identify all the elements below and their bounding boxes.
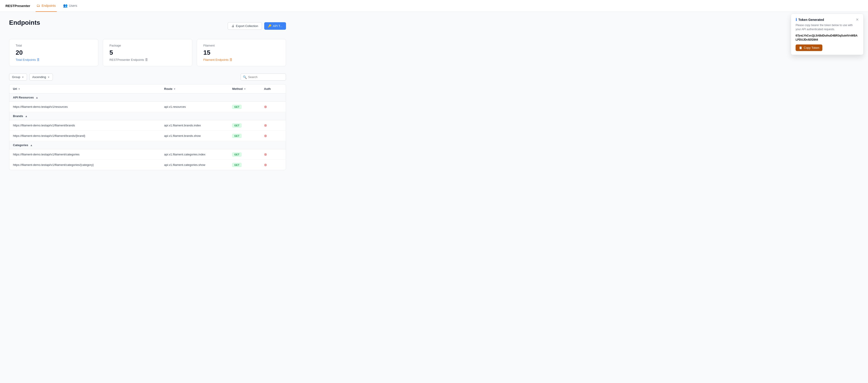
cell-method-5: GET	[232, 163, 264, 167]
sort-icon-uri: ▼	[18, 88, 21, 90]
key-icon: 🔑	[268, 24, 272, 28]
cell-auth-4: ⊗	[264, 152, 282, 157]
chevron-up-icon-brands: ▲	[25, 115, 28, 118]
table-row[interactable]: https://filament-demo.testapi/v1/filamen…	[9, 149, 286, 160]
table-header: Uri ▼ Route ▼ Method ▼ Auth	[9, 85, 286, 94]
cell-method-4: GET	[232, 153, 264, 157]
api-token-button[interactable]: 🔑 API T...	[264, 22, 286, 30]
th-route[interactable]: Route ▼	[164, 87, 232, 91]
cell-route-2: api.v1.filament.brands.index	[164, 124, 232, 127]
auth-icon-2: ⊗	[264, 123, 267, 127]
header-actions: 🖨 Export Collection 🔑 API T...	[228, 22, 286, 30]
stat-card-total: Total 20 Total Endpoints 🗄	[9, 39, 98, 66]
stat-value-package: 5	[110, 49, 185, 56]
group-select[interactable]: Group ▼	[9, 73, 27, 81]
nav-item-users[interactable]: 👥 Users	[62, 0, 78, 12]
nav-item-endpoints[interactable]: 🗂 Endpoints	[36, 0, 57, 12]
stat-value-total: 20	[16, 49, 92, 56]
endpoints-icon: 🗂	[36, 4, 40, 8]
search-input[interactable]	[241, 73, 286, 81]
chevron-down-icon-2: ▼	[48, 76, 50, 78]
cell-route-4: api.v1.filament.categories.index	[164, 153, 232, 156]
cell-uri-2: https://filament-demo.testapi/v1/filamen…	[13, 124, 164, 127]
group-header-categories: Categories ▲	[9, 141, 286, 149]
sort-icon-method: ▼	[244, 88, 246, 90]
toast-title: ℹ Token Generated	[796, 18, 824, 22]
table-row[interactable]: https://filament-demo.testapi/v1/filamen…	[9, 160, 286, 170]
stat-link-filament[interactable]: Filament Endpoints 🗄	[204, 58, 279, 62]
table-row[interactable]: https://filament-demo.testapi/v1/resourc…	[9, 102, 286, 112]
page-title: Endpoints	[9, 19, 40, 26]
ascending-select[interactable]: Ascending ▼	[29, 73, 53, 81]
group-label-categories: Categories	[13, 143, 28, 147]
server-icon-package: 🗄	[145, 58, 148, 62]
th-method[interactable]: Method ▼	[232, 87, 264, 91]
cell-route-1: api.v1.resources	[164, 105, 232, 108]
table-row[interactable]: https://filament-demo.testapi/v1/filamen…	[9, 131, 286, 141]
method-badge-get: GET	[232, 105, 242, 109]
toast-description: Please copy bearer the token below to us…	[796, 23, 859, 31]
cell-auth-5: ⊗	[264, 163, 282, 167]
export-icon: 🖨	[231, 24, 235, 28]
info-icon: ℹ	[796, 18, 797, 22]
cell-uri-3: https://filament-demo.testapi/v1/filamen…	[13, 134, 164, 137]
stat-card-package: Package 5 RESTPresenter Endpoints 🗄	[103, 39, 192, 66]
toolbar: Group ▼ Ascending ▼ 🔍	[9, 73, 286, 81]
auth-icon-4: ⊗	[264, 153, 267, 156]
stat-label-filament: Filament	[204, 44, 279, 47]
group-header-api-resources: API Resources ▲	[9, 94, 286, 102]
search-wrapper: 🔍	[241, 73, 286, 81]
navigation: RESTPresenter 🗂 Endpoints 👥 Users	[0, 0, 868, 12]
cell-method-3: GET	[232, 134, 264, 138]
cell-route-5: api.v1.filament.categories.show	[164, 163, 232, 166]
cell-method-2: GET	[232, 123, 264, 128]
app-brand: RESTPresenter	[5, 4, 30, 8]
cell-method-1: GET	[232, 105, 264, 109]
copy-icon: 📋	[799, 46, 802, 50]
table-row[interactable]: https://filament-demo.testapi/v1/filamen…	[9, 120, 286, 131]
method-badge-get-3: GET	[232, 134, 242, 138]
toast-header: ℹ Token Generated ✕	[796, 18, 859, 22]
copy-token-button[interactable]: 📋 Copy Token	[796, 44, 823, 51]
chevron-up-icon-api: ▲	[36, 96, 38, 99]
cell-uri-4: https://filament-demo.testapi/v1/filamen…	[13, 153, 164, 156]
toast-close-button[interactable]: ✕	[856, 18, 859, 22]
token-toast: ℹ Token Generated ✕ Please copy bearer t…	[791, 13, 864, 55]
auth-icon-5: ⊗	[264, 163, 267, 167]
th-uri[interactable]: Uri ▼	[13, 87, 164, 91]
cell-uri-1: https://filament-demo.testapi/v1/resourc…	[13, 105, 164, 108]
group-label-api-resources: API Resources	[13, 96, 34, 99]
stat-label-package: Package	[110, 44, 185, 47]
cell-route-3: api.v1.filament.brands.show	[164, 134, 232, 137]
server-icon-filament: 🗄	[229, 58, 232, 62]
main-content: Endpoints 🖨 Export Collection 🔑 API T...…	[0, 12, 295, 178]
th-auth: Auth	[264, 87, 282, 91]
cell-auth-2: ⊗	[264, 123, 282, 128]
toast-token-value: 67|reLYhCvcQL5ABdDulhuD4BR3qSuk4VnWBALPD…	[796, 34, 859, 42]
users-icon: 👥	[63, 3, 68, 8]
auth-icon-3: ⊗	[264, 134, 267, 138]
search-icon: 🔍	[243, 75, 247, 79]
method-badge-get-5: GET	[232, 163, 242, 167]
group-header-brands: Brands ▲	[9, 112, 286, 120]
stats-row: Total 20 Total Endpoints 🗄 Package 5 RES…	[9, 39, 286, 66]
chevron-down-icon: ▼	[22, 76, 24, 78]
cell-auth-1: ⊗	[264, 105, 282, 109]
stat-label-total: Total	[16, 44, 92, 47]
method-badge-get-2: GET	[232, 123, 242, 128]
server-icon-total: 🗄	[37, 58, 40, 62]
stat-link-total[interactable]: Total Endpoints 🗄	[16, 58, 92, 62]
group-label-brands: Brands	[13, 114, 23, 118]
endpoints-table: Uri ▼ Route ▼ Method ▼ Auth API Resource…	[9, 84, 286, 170]
chevron-up-icon-categories: ▲	[30, 143, 33, 147]
cell-uri-5: https://filament-demo.testapi/v1/filamen…	[13, 163, 164, 166]
auth-icon-1: ⊗	[264, 105, 267, 109]
method-badge-get-4: GET	[232, 153, 242, 157]
sort-icon-route: ▼	[174, 88, 176, 90]
stat-value-filament: 15	[204, 49, 279, 56]
page-header: Endpoints 🖨 Export Collection 🔑 API T...	[9, 19, 286, 33]
stat-link-package[interactable]: RESTPresenter Endpoints 🗄	[110, 58, 185, 62]
stat-card-filament: Filament 15 Filament Endpoints 🗄	[197, 39, 286, 66]
export-collection-button[interactable]: 🖨 Export Collection	[228, 22, 262, 30]
cell-auth-3: ⊗	[264, 134, 282, 138]
